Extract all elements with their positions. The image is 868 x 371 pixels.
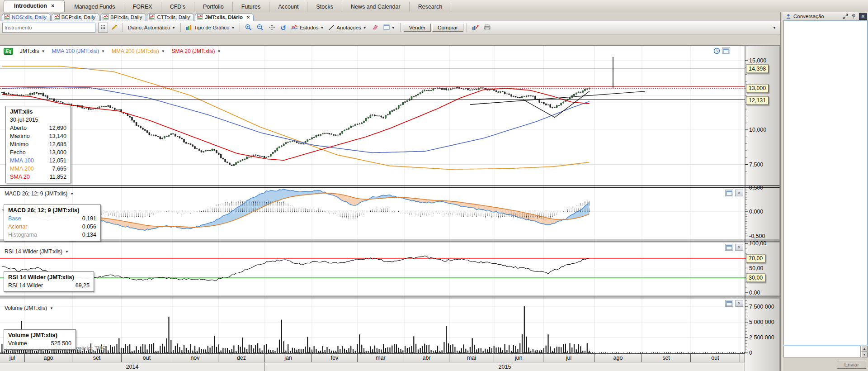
popout-icon[interactable] [842, 14, 849, 19]
axis-tick-label: 100,00 [749, 240, 766, 247]
tooltip-row: SMA 2011,852 [10, 173, 66, 181]
sma20-legend-dropdown[interactable]: SMA 20 (JMT:xlis)▼ [172, 48, 221, 54]
clock-icon[interactable] [713, 48, 720, 54]
axis-tick-label: 2 500 000 [749, 334, 774, 341]
tooltip-row-label: Acionar [8, 223, 27, 231]
panel-maximize-icon[interactable] [725, 300, 733, 307]
panel-corner-icons: × [725, 244, 743, 251]
pin-icon[interactable] [850, 14, 857, 19]
panel-close-icon[interactable]: × [735, 300, 743, 307]
tooltip-row-value: 13,140 [49, 132, 66, 140]
chart-doc-icon [197, 14, 203, 20]
zoom-out-button[interactable] [255, 23, 265, 33]
axis-tick-label: 50,00 [749, 265, 763, 271]
tooltip-row: Aberto12,690 [10, 124, 66, 132]
anotacoes-dropdown[interactable]: Anotações▼ [327, 24, 368, 32]
chart-tab-bcp-xlis-daily[interactable]: BCP:xlis, Daily [52, 13, 99, 21]
workspace-tab-futures[interactable]: Futures [233, 2, 269, 12]
tooltip-row-label: SMA 20 [10, 173, 30, 181]
chart-tab-ctt-xlis-daily[interactable]: CTT:xlis, Daily [147, 13, 194, 21]
macd-panel-dropdown[interactable]: MACD 26; 12; 9 (JMT:xlis)▼ [5, 190, 74, 197]
sell-button[interactable]: Vender [404, 24, 431, 32]
instrument-legend-dropdown[interactable]: JMT:xlis▼ [20, 48, 45, 54]
x-axis-month: mar [358, 353, 404, 362]
workspace-tab-label: Research [418, 4, 443, 10]
chart-doc-icon [103, 14, 108, 20]
panel-maximize-icon[interactable] [722, 48, 730, 54]
chart-tab-jmt-xlis-di-rio[interactable]: JMT:xlis, Diário× [195, 13, 254, 21]
panel-close-icon[interactable]: × [735, 190, 743, 196]
workspace-tab-account[interactable]: Account [269, 2, 307, 12]
x-axis-month: ago [594, 353, 642, 362]
eraser-button[interactable] [370, 24, 380, 32]
x-axis-year: 2014 [0, 362, 265, 371]
chart-tab-nos-xlis-daily[interactable]: NOS:xlis, Daily [2, 13, 51, 21]
period-dropdown[interactable]: Diário, Automático▼ [126, 24, 177, 31]
workspace-tab-label: Introduction [14, 3, 47, 9]
chat-message-input[interactable] [783, 346, 861, 357]
chat-scrollbar: ▲ ▼ [861, 346, 868, 357]
instrument-input[interactable] [2, 23, 95, 33]
workspace-tab-research[interactable]: Research [410, 2, 452, 12]
legend-label: MMA 200 (JMT:xlis) [112, 48, 159, 54]
tooltip-title: MACD 26; 12; 9 (JMT:xlis) [8, 207, 96, 214]
chart-area[interactable]: 15,00010,0007,5000,5000,000-0,500100,005… [0, 34, 780, 371]
rsi-panel-dropdown[interactable]: RSI 14 Wilder (JMT:xlis)▼ [5, 248, 69, 255]
chart-tab-label: BPI:xlis, Daily [110, 14, 142, 20]
chevron-down-icon: ▼ [392, 26, 395, 30]
axis-tick-label: 0,000 [749, 209, 763, 215]
tooltip-row-value: 11,852 [50, 173, 66, 181]
workspace-tab-stocks[interactable]: Stocks [307, 2, 342, 12]
x-axis-month: nov [172, 353, 218, 362]
indicator-window-dropdown[interactable]: ▼ [382, 24, 397, 32]
mma100-legend-dropdown[interactable]: MMA 100 (JMT:xlis)▼ [52, 48, 105, 54]
workspace-tab-portfolio[interactable]: Portfolio [194, 2, 233, 12]
instrument-search [2, 23, 108, 33]
mma200-legend-dropdown[interactable]: MMA 200 (JMT:xlis)▼ [112, 48, 165, 54]
chevron-down-icon: ▼ [231, 26, 235, 30]
scroll-up-icon[interactable]: ▲ [861, 346, 868, 352]
volume-panel-dropdown[interactable]: Volume (JMT:xlis)▼ [5, 305, 53, 311]
price-level-badge: 12,131 [746, 96, 769, 105]
workspace-tab-news-and-calendar[interactable]: News and Calendar [342, 2, 410, 12]
instrument-list-button[interactable] [98, 23, 108, 33]
zoom-in-button[interactable] [243, 23, 254, 33]
chart-settings-button[interactable] [470, 24, 481, 32]
edit-chart-button[interactable] [109, 23, 119, 32]
estudos-dropdown[interactable]: Estudos▼ [289, 24, 326, 32]
close-icon[interactable]: × [247, 14, 250, 20]
tooltip-row-value: 525 500 [51, 339, 71, 347]
send-button[interactable]: Enviar [837, 361, 866, 369]
panel-label: Volume (JMT:xlis) [5, 305, 47, 311]
workspace-tab-managed-funds[interactable]: Managed Funds [66, 2, 124, 12]
scroll-down-icon[interactable]: ▼ [861, 352, 868, 357]
chevron-down-icon: ▼ [70, 192, 74, 196]
toolbar-overflow-dropdown[interactable]: ▼ [771, 25, 778, 31]
tooltip-row: Fecho13,000 [10, 148, 66, 157]
workspace-tab-introduction[interactable]: Introduction× [4, 0, 65, 12]
chart-canvas[interactable] [0, 34, 780, 371]
buy-button[interactable]: Comprar [432, 24, 463, 32]
pan-button[interactable] [267, 23, 277, 33]
chevron-down-icon: ▼ [363, 26, 367, 30]
chart-tab-bpi-xlis-daily[interactable]: BPI:xlis, Daily [100, 13, 146, 21]
zoom-out-icon [257, 24, 264, 32]
panel-maximize-icon[interactable] [725, 190, 733, 196]
chevron-down-icon: ▼ [65, 250, 69, 254]
panel-close-icon[interactable]: × [735, 244, 743, 251]
chart-type-dropdown[interactable]: Tipo de Gráfico▼ [184, 24, 236, 32]
close-icon[interactable]: × [51, 3, 54, 9]
x-axis-month: set [642, 353, 691, 362]
panel-maximize-icon[interactable] [725, 244, 733, 251]
toolbar-separator [240, 23, 240, 32]
print-button[interactable] [482, 24, 492, 32]
workspace-tab-label: Account [278, 4, 298, 10]
undo-button[interactable]: ↺ [278, 24, 288, 32]
undo-icon: ↺ [280, 25, 286, 31]
chevron-down-icon: ▼ [773, 26, 776, 30]
workspace-tab-cfd-s[interactable]: CFD's [161, 2, 194, 12]
close-icon[interactable]: × [859, 13, 867, 20]
tooltip-row-label: Volume [8, 339, 27, 347]
tooltip-row: MMA 10012,051 [10, 157, 66, 165]
workspace-tab-forex[interactable]: FOREX [124, 2, 161, 12]
